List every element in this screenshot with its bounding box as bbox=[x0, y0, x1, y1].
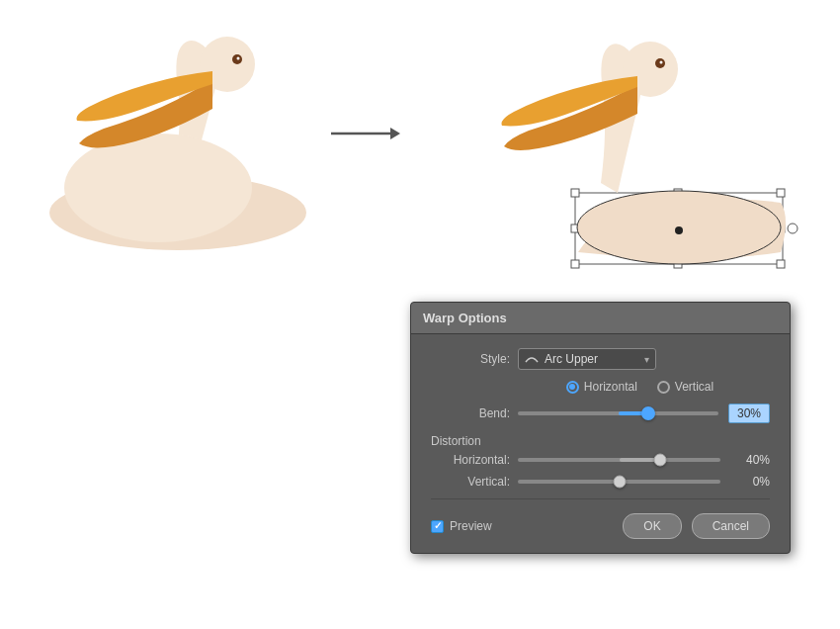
horizontal-dist-label: Horizontal: bbox=[431, 453, 510, 467]
svg-rect-8 bbox=[571, 189, 579, 197]
arc-upper-icon bbox=[525, 354, 539, 364]
orientation-row: Horizontal Vertical bbox=[431, 380, 770, 394]
vertical-radio[interactable]: Vertical bbox=[657, 380, 714, 394]
cancel-button[interactable]: Cancel bbox=[692, 513, 770, 539]
checkmark-icon: ✓ bbox=[434, 521, 442, 531]
svg-point-16 bbox=[788, 224, 798, 233]
style-value: Arc Upper bbox=[545, 352, 598, 366]
vertical-radio-label: Vertical bbox=[675, 380, 714, 394]
style-dropdown[interactable]: Arc Upper ▾ bbox=[518, 348, 656, 370]
ok-button[interactable]: OK bbox=[623, 513, 681, 539]
vertical-radio-circle bbox=[657, 381, 670, 394]
svg-point-18 bbox=[675, 226, 683, 234]
arrow-indicator bbox=[326, 119, 405, 148]
pelican-before bbox=[30, 20, 326, 257]
svg-point-3 bbox=[64, 134, 252, 242]
svg-rect-10 bbox=[777, 189, 785, 197]
dialog-title-text: Warp Options bbox=[423, 311, 507, 325]
style-dropdown-inner: Arc Upper bbox=[525, 352, 598, 366]
warp-options-dialog: Warp Options Style: Arc Upper ▾ Horizont… bbox=[410, 302, 791, 554]
horizontal-dist-row: Horizontal: 40% bbox=[431, 453, 770, 467]
horizontal-radio[interactable]: Horizontal bbox=[566, 380, 637, 394]
vertical-dist-thumb[interactable] bbox=[613, 476, 626, 489]
svg-rect-15 bbox=[777, 260, 785, 268]
bend-label: Bend: bbox=[431, 406, 510, 420]
bend-slider-thumb[interactable] bbox=[641, 406, 655, 420]
svg-rect-13 bbox=[571, 260, 579, 268]
svg-marker-1 bbox=[390, 128, 400, 139]
bend-value[interactable]: 30% bbox=[728, 404, 770, 423]
vertical-dist-value: 0% bbox=[730, 475, 770, 489]
vertical-dist-row: Vertical: 0% bbox=[431, 475, 770, 489]
preview-checkbox-row[interactable]: ✓ Preview bbox=[431, 519, 492, 533]
style-row: Style: Arc Upper ▾ bbox=[431, 348, 770, 370]
distortion-section: Distortion bbox=[431, 431, 770, 449]
dialog-buttons: OK Cancel bbox=[623, 513, 770, 539]
dialog-separator bbox=[431, 498, 770, 499]
dialog-title: Warp Options bbox=[411, 303, 790, 334]
horizontal-dist-slider-track[interactable] bbox=[518, 458, 720, 462]
canvas-area bbox=[0, 0, 840, 297]
vertical-dist-label: Vertical: bbox=[431, 475, 510, 489]
vertical-dist-slider-track[interactable] bbox=[518, 480, 720, 484]
horizontal-radio-circle bbox=[566, 381, 579, 394]
preview-checkbox[interactable]: ✓ bbox=[431, 520, 444, 533]
bend-row: Bend: 30% bbox=[431, 404, 770, 423]
preview-label: Preview bbox=[450, 519, 492, 533]
horizontal-radio-label: Horizontal bbox=[584, 380, 637, 394]
dropdown-arrow-icon: ▾ bbox=[644, 354, 649, 365]
bend-slider-track[interactable] bbox=[518, 411, 718, 415]
horizontal-dist-value: 40% bbox=[730, 453, 770, 467]
svg-point-6 bbox=[237, 57, 240, 60]
dialog-body: Style: Arc Upper ▾ Horizontal Verti bbox=[411, 334, 790, 553]
horizontal-dist-thumb[interactable] bbox=[653, 454, 666, 467]
distortion-label: Distortion bbox=[431, 434, 481, 448]
style-label: Style: bbox=[431, 352, 510, 366]
svg-point-21 bbox=[660, 61, 663, 64]
pelican-after bbox=[425, 20, 800, 277]
bottom-row: ✓ Preview OK Cancel bbox=[431, 509, 770, 539]
